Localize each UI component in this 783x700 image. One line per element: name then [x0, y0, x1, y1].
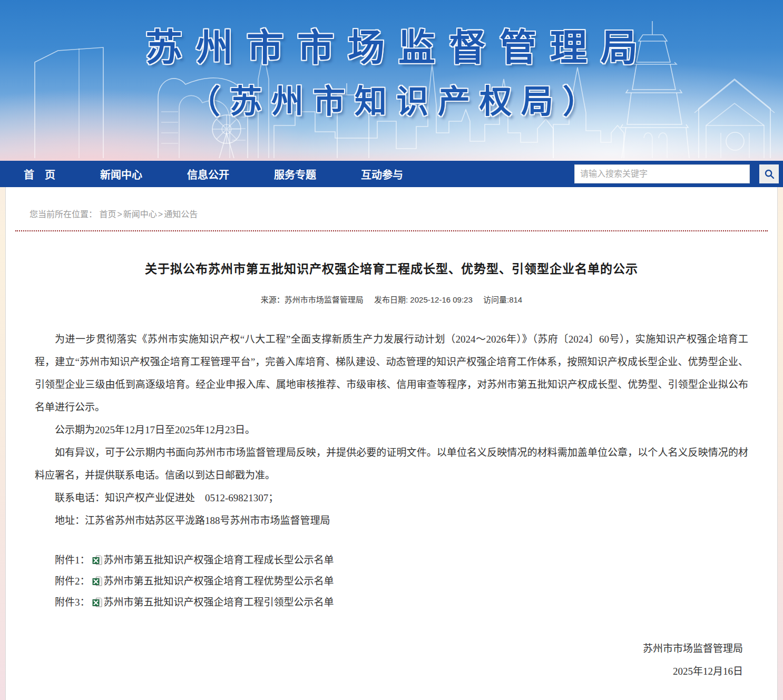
meta-source-label: 来源：: [261, 295, 285, 304]
attachments-list: 附件1： 苏州市第五批知识产权强企培育工程成长型公示名单 附件2：: [6, 550, 777, 613]
search-input[interactable]: [574, 164, 750, 183]
site-title-line2: （苏州市知识产权局）: [179, 75, 604, 122]
paragraph: 如有异议，可于公示期内书面向苏州市市场监督管理局反映，并提供必要的证明文件。以单…: [35, 441, 748, 487]
nav-item-interaction[interactable]: 互动参与: [361, 167, 403, 182]
attachment-label: 附件1：: [55, 550, 90, 571]
attachment-row: 附件3： 苏州市第五批知识产权强企培育工程引领型公示名单: [35, 592, 748, 613]
breadcrumb-link-notices[interactable]: 通知公告: [164, 210, 198, 219]
meta-date-value: 2025-12-16 09:23: [410, 295, 472, 304]
attachment-link-growth-list[interactable]: 苏州市第五批知识产权强企培育工程成长型公示名单: [104, 550, 334, 571]
article-body: 为进一步贯彻落实《苏州市实施知识产权“八大工程”全面支撑新质生产力发展行动计划（…: [6, 328, 777, 532]
excel-file-icon: [92, 597, 103, 608]
signature-date: 2025年12月16日: [6, 660, 743, 683]
nav-item-service-topics[interactable]: 服务专题: [274, 167, 316, 182]
search-icon: [764, 169, 775, 179]
breadcrumb-prefix: 您当前所在位置：: [30, 210, 97, 219]
attachment-row: 附件2： 苏州市第五批知识产权强企培育工程优势型公示名单: [35, 571, 748, 592]
attachment-label: 附件3：: [55, 592, 90, 613]
attachment-row: 附件1： 苏州市第五批知识产权强企培育工程成长型公示名单: [35, 550, 748, 571]
breadcrumb-separator: >: [117, 210, 122, 219]
article-meta: 来源：苏州市市场监督管理局 发布日期: 2025-12-16 09:23 访问量…: [6, 294, 777, 305]
breadcrumb-link-home[interactable]: 首页: [99, 210, 116, 219]
attachment-link-leading-list[interactable]: 苏州市第五批知识产权强企培育工程引领型公示名单: [104, 592, 334, 613]
nav-item-info-disclosure[interactable]: 信息公开: [187, 167, 229, 182]
main-navigation: 首 页 新闻中心 信息公开 服务专题 互动参与: [0, 161, 783, 187]
paragraph: 为进一步贯彻落实《苏州市实施知识产权“八大工程”全面支撑新质生产力发展行动计划（…: [35, 328, 748, 419]
excel-file-icon: [92, 555, 103, 566]
nav-item-home[interactable]: 首 页: [24, 167, 55, 182]
breadcrumb-link-news[interactable]: 新闻中心: [123, 210, 157, 219]
search-button[interactable]: [759, 164, 779, 183]
article-signature: 苏州市市场监督管理局 2025年12月16日: [6, 637, 777, 683]
attachment-label: 附件2：: [55, 571, 90, 592]
search-box: [574, 164, 779, 183]
meta-date-label: 发布日期:: [374, 295, 408, 304]
breadcrumb-separator: >: [158, 210, 163, 219]
meta-views-label: 访问量:: [483, 295, 509, 304]
paragraph-address: 地址：江苏省苏州市姑苏区平泷路188号苏州市市场监督管理局: [35, 509, 748, 532]
paragraph-contact-phone: 联系电话：知识产权产业促进处 0512-69821307；: [35, 487, 748, 509]
site-title-line1: 苏州市市场监督管理局: [132, 18, 651, 71]
excel-file-icon: [92, 576, 103, 587]
site-banner: 苏州市市场监督管理局 （苏州市知识产权局）: [0, 0, 783, 161]
breadcrumb-divider: [15, 230, 768, 231]
signature-org: 苏州市市场监督管理局: [6, 637, 743, 660]
article-title: 关于拟公布苏州市第五批知识产权强企培育工程成长型、优势型、引领型企业名单的公示: [6, 259, 777, 277]
content-container: 您当前所在位置： 首页>新闻中心>通知公告 关于拟公布苏州市第五批知识产权强企培…: [5, 187, 778, 700]
nav-item-news[interactable]: 新闻中心: [100, 167, 142, 182]
paragraph: 公示期为2025年12月17日至2025年12月23日。: [35, 419, 748, 441]
meta-views-value: 814: [509, 295, 522, 304]
meta-source-value: 苏州市市场监督管理局: [285, 295, 364, 304]
attachment-link-advantage-list[interactable]: 苏州市第五批知识产权强企培育工程优势型公示名单: [104, 571, 334, 592]
breadcrumb: 您当前所在位置： 首页>新闻中心>通知公告: [6, 187, 777, 230]
